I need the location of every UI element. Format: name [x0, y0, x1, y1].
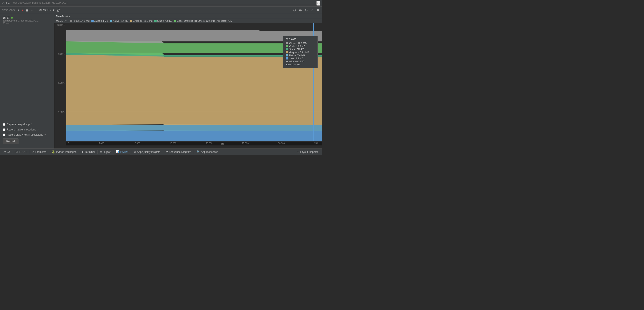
- x-label-15: 15.000: [170, 142, 176, 144]
- app-quality-tool[interactable]: ◈ App Quality Insights: [132, 150, 162, 154]
- separator-3: [49, 150, 49, 154]
- todo-tool[interactable]: ☑ TODO: [14, 150, 28, 154]
- capture-heap-option[interactable]: Capture heap dump ?: [2, 123, 52, 126]
- reset-zoom-button[interactable]: ⊙: [304, 8, 308, 12]
- bottom-toolbar: ⎇ Git ☑ TODO ⚠ Problems 🐍 Python Package…: [0, 148, 322, 155]
- logcat-tool[interactable]: ≡ Logcat: [98, 150, 112, 154]
- logcat-icon: ≡: [100, 150, 102, 154]
- session-time: 15:37: [2, 16, 10, 19]
- sidebar: 15:37 bzffmpegcmd (Xiaomi M2102K1... 35 …: [0, 14, 54, 148]
- layout-session-button[interactable]: ▣: [24, 8, 30, 12]
- separator-2: [29, 150, 29, 154]
- total-dot: [70, 20, 72, 22]
- python-packages-label: Python Packages: [56, 150, 76, 154]
- close-panel-button[interactable]: ✕: [316, 8, 320, 12]
- tooltip-others-dot: [286, 42, 288, 44]
- delete-session-button[interactable]: 🗑: [57, 8, 60, 12]
- terminal-icon: ▶: [82, 150, 84, 154]
- tooltip-java-value: Java: 8.4 MB: [289, 57, 303, 60]
- tooltip-allocated-value: Allocated: N/A: [289, 60, 304, 63]
- tooltip-java-dot: [286, 57, 288, 60]
- x-label-30: 30.000: [278, 142, 285, 144]
- app-inspection-tool[interactable]: 🔍 App Inspection: [195, 150, 220, 154]
- profiler-label: Profiler: [120, 150, 128, 153]
- legend-total: Total: 124.1 MB: [70, 20, 90, 22]
- tooltip-stack-dot: [286, 48, 288, 50]
- separator-4: [79, 150, 79, 154]
- stop-session-button[interactable]: ■: [20, 8, 24, 12]
- native-value: Native: 7.4 MB: [113, 20, 128, 22]
- options-area: Capture heap dump ? Record native alloca…: [2, 123, 52, 146]
- zoom-out-button[interactable]: ⊖: [292, 8, 297, 12]
- app-quality-icon: ◈: [134, 150, 136, 154]
- legend-code: Code: 19.8 MB: [174, 20, 193, 22]
- logcat-label: Logcat: [103, 150, 110, 154]
- record-java-help-icon[interactable]: ?: [44, 134, 46, 136]
- tooltip-code-row: Code: 19.8 MB: [286, 45, 315, 48]
- record-button[interactable]: Record: [2, 138, 18, 144]
- session-duration: 35 sec: [2, 22, 52, 24]
- add-session-button[interactable]: +: [16, 8, 20, 12]
- native-area: [66, 124, 322, 131]
- tooltip-stack-value: Stack: 728 KB: [289, 48, 304, 50]
- code-value: Code: 19.8 MB: [177, 20, 193, 22]
- y-label-96: 96 MB: [55, 53, 65, 55]
- memory-label: MEMORY: [56, 20, 67, 22]
- terminal-tool[interactable]: ▶ Terminal: [80, 150, 96, 154]
- memory-dropdown[interactable]: MEMORY ▼: [39, 8, 55, 12]
- tooltip-stack-row: Stack: 728 KB: [286, 48, 315, 50]
- x-label-25: 25.000: [242, 142, 248, 144]
- tooltip-java-row: Java: 8.4 MB: [286, 57, 315, 60]
- separator-1: [12, 150, 13, 154]
- java-dot: [92, 20, 94, 22]
- git-tool[interactable]: ⎇ Git: [1, 150, 12, 154]
- app-inspection-label: App Inspection: [201, 150, 218, 154]
- java-value: Java: 8.4 MB: [94, 20, 108, 22]
- separator-8: [163, 150, 163, 154]
- problems-label: Problems: [36, 150, 46, 154]
- separator-9: [194, 150, 194, 154]
- back-button[interactable]: ←: [30, 8, 35, 12]
- zoom-in-button[interactable]: ⊕: [298, 8, 303, 12]
- tooltip-graphics-dot: [286, 51, 288, 54]
- problems-tool[interactable]: ⚠ Problems: [30, 150, 48, 154]
- others-dot: [194, 20, 197, 22]
- x-label-35: 35.0...: [314, 142, 320, 144]
- x-label-5: 5.000: [98, 142, 104, 144]
- main-layout: 15:37 bzffmpegcmd (Xiaomi M2102K1... 35 …: [0, 14, 322, 148]
- record-native-help-icon[interactable]: ?: [37, 128, 38, 131]
- layout-inspector-label: Layout Inspector: [300, 150, 320, 154]
- tooltip-code-value: Code: 19.8 MB: [289, 45, 305, 48]
- record-java-radio[interactable]: [2, 134, 6, 136]
- settings-button[interactable]: ⚙: [316, 1, 320, 6]
- capture-heap-radio[interactable]: [2, 123, 6, 126]
- legend-others: Others: 12.6 MB: [194, 20, 215, 22]
- y-label-32: 32 MB: [55, 111, 65, 114]
- problems-icon: ⚠: [32, 150, 34, 154]
- app-quality-label: App Quality Insights: [137, 150, 160, 154]
- memory-tooltip: 00:33.895 Others: 12.6 MB Code: 19.8 MB …: [283, 36, 318, 68]
- x-label-10: 10.000: [134, 142, 140, 144]
- tooltip-native-value: Native: 7.4 MB: [289, 54, 305, 57]
- python-icon: 🐍: [52, 150, 55, 154]
- python-packages-tool[interactable]: 🐍 Python Packages: [50, 150, 78, 154]
- capture-heap-help-icon[interactable]: ?: [31, 123, 32, 126]
- stack-dot: [154, 20, 156, 22]
- record-java-option[interactable]: Record Java / Kotlin allocations ?: [2, 133, 52, 136]
- sequence-diagram-label: Sequence Diagram: [169, 150, 191, 154]
- allocated-value: Allocated: N/A: [216, 20, 232, 22]
- tooltip-total-row: Total: 124 MB: [286, 63, 315, 66]
- layout-inspector-tool[interactable]: ⊞ Layout Inspector: [295, 150, 321, 154]
- sequence-diagram-tool[interactable]: ⇄ Sequence Diagram: [164, 150, 193, 154]
- chart-section-header: MainActivity: [54, 14, 322, 19]
- record-native-option[interactable]: Record native allocations ?: [2, 128, 52, 131]
- legend-java: Java: 8.4 MB: [92, 20, 108, 22]
- tooltip-native-dot: [286, 54, 288, 56]
- expand-button[interactable]: ⤢: [310, 8, 314, 12]
- graphics-value: Graphics: 75.1 MB: [133, 20, 153, 22]
- todo-icon: ☑: [16, 150, 18, 154]
- record-native-radio[interactable]: [2, 128, 6, 131]
- chart-canvas-wrapper[interactable]: 128 MB 96 MB 64 MB 32 MB: [54, 23, 322, 146]
- legend-allocated: Allocated: N/A: [216, 20, 232, 22]
- profiler-tool[interactable]: 📊 Profiler: [114, 149, 130, 154]
